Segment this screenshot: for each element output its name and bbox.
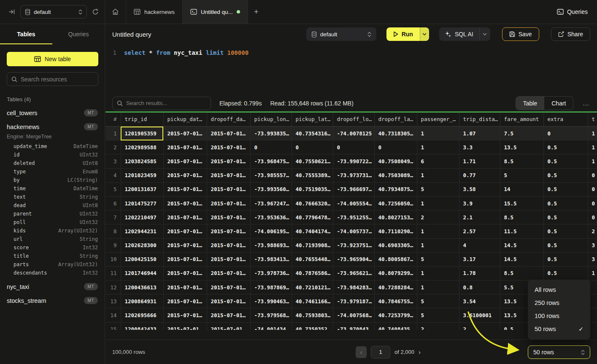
table-cell[interactable]: -74.005737… xyxy=(333,224,374,238)
table-cell[interactable]: -73.993835… xyxy=(250,127,292,140)
table-cell[interactable]: 0.5 xyxy=(543,182,588,196)
table-cell[interactable]: 40.8027153… xyxy=(374,210,417,224)
table-cell[interactable]: 0.5 xyxy=(543,140,588,154)
table-cell[interactable]: 2 xyxy=(417,322,459,329)
table-cell[interactable]: 40.7555389… xyxy=(292,168,333,182)
table-cell[interactable]: 40.7318305… xyxy=(374,127,417,140)
table-cell[interactable]: 1 xyxy=(417,224,459,238)
table-cell[interactable]: -73.973731… xyxy=(333,168,374,182)
table-cell[interactable]: 40.7210121… xyxy=(292,280,333,294)
table-cell[interactable]: 1 xyxy=(417,238,459,252)
header-cell[interactable]: extra xyxy=(543,113,588,127)
table-cell[interactable]: 2015-07-01… xyxy=(163,224,207,238)
table-cell[interactable]: -73.966697… xyxy=(333,182,374,196)
sidebar-table-stocks-stream[interactable]: stocks_stream MT xyxy=(7,294,98,307)
table-cell[interactable]: -73.990722… xyxy=(333,154,374,168)
table-cell[interactable]: -73.985557… xyxy=(250,168,292,182)
table-cell[interactable]: 1201475277 xyxy=(121,196,163,210)
run-button[interactable]: Run xyxy=(386,27,420,41)
table-cell[interactable]: 0 xyxy=(588,168,597,182)
page-size-option[interactable]: 50 rows✓ xyxy=(528,322,590,335)
header-cell[interactable]: fare_amount xyxy=(500,113,543,127)
table-cell[interactable]: 1200131637 xyxy=(121,182,163,196)
header-cell[interactable]: dropoff_lo… xyxy=(333,113,374,127)
table-cell[interactable]: 40.7934875… xyxy=(374,182,417,196)
table-cell[interactable]: -73.965621… xyxy=(333,266,374,280)
table-cell[interactable]: 1 xyxy=(417,140,459,154)
table-cell[interactable]: -73.953636… xyxy=(250,210,292,224)
table-cell[interactable]: 5 xyxy=(417,294,459,308)
table-cell[interactable]: 1200425150 xyxy=(121,252,163,266)
table-cell[interactable]: 5 xyxy=(417,252,459,266)
table-cell[interactable]: 0.5 xyxy=(543,224,588,238)
table-cell[interactable]: 2015-07-01… xyxy=(163,308,207,322)
table-cell[interactable]: 1.71 xyxy=(459,154,500,168)
table-cell[interactable]: 2015-07-01… xyxy=(207,252,250,266)
table-cell[interactable]: 0 xyxy=(292,140,333,154)
table-cell[interactable]: 3.6100001 xyxy=(459,308,500,322)
table-cell[interactable]: 40.7354316… xyxy=(292,127,333,140)
table-cell[interactable]: 2015-07-01… xyxy=(163,182,207,196)
table-cell[interactable]: 40.7846755… xyxy=(374,294,417,308)
row-number-cell[interactable]: 7 xyxy=(105,210,121,224)
table-cell[interactable]: 3.54 xyxy=(459,294,500,308)
table-cell[interactable]: 3 xyxy=(588,238,597,252)
table-cell[interactable]: 40.7253799… xyxy=(374,308,417,322)
table-cell[interactable]: 0.5 xyxy=(543,210,588,224)
table-cell[interactable]: 1203824585 xyxy=(121,154,163,168)
table-cell[interactable]: -73.990463… xyxy=(250,294,292,308)
save-button[interactable]: Save xyxy=(502,27,539,41)
table-cell[interactable]: 5 xyxy=(500,168,543,182)
view-toggle-table[interactable]: Table xyxy=(516,97,544,110)
table-cell[interactable]: 0.5 xyxy=(543,252,588,266)
table-cell[interactable]: 2015-07-01… xyxy=(207,280,250,294)
table-cell[interactable]: 2015-07-01… xyxy=(207,140,250,154)
table-cell[interactable]: 2015-07-01… xyxy=(207,266,250,280)
table-cell[interactable]: 40.8079299… xyxy=(374,266,417,280)
run-options-button[interactable] xyxy=(420,27,429,41)
table-cell[interactable]: 2015-07-01… xyxy=(163,238,207,252)
table-cell[interactable]: 0 xyxy=(543,127,588,140)
table-cell[interactable]: 0.8 xyxy=(459,280,500,294)
table-cell[interactable]: 5 xyxy=(417,308,459,322)
table-cell[interactable]: 11.5 xyxy=(500,224,543,238)
sidebar-table-hackernews[interactable]: hackernews MT xyxy=(7,120,98,134)
table-cell[interactable]: 1 xyxy=(588,140,597,154)
table-cell[interactable]: -73.923751… xyxy=(333,238,374,252)
table-cell[interactable]: 40.7666320… xyxy=(292,196,333,210)
table-cell[interactable]: 40.7404174… xyxy=(292,224,333,238)
table-cell[interactable]: 2015-07-01… xyxy=(207,238,250,252)
table-cell[interactable]: 3.3 xyxy=(459,140,500,154)
table-cell[interactable]: -73.970843… xyxy=(333,322,374,329)
row-number-cell[interactable]: 12 xyxy=(105,280,121,294)
table-cell[interactable]: -73.979187… xyxy=(333,294,374,308)
results-more-button[interactable]: ... xyxy=(582,100,590,107)
table-cell[interactable]: 14.5 xyxy=(500,238,543,252)
table-cell[interactable]: -73.988693… xyxy=(250,238,292,252)
page-number-input[interactable] xyxy=(371,346,390,359)
table-cell[interactable]: -73.968475… xyxy=(250,154,292,168)
table-cell[interactable]: -74.001434… xyxy=(250,322,292,329)
table-cell[interactable]: 1200842433 xyxy=(121,322,163,329)
row-number-cell[interactable]: 10 xyxy=(105,252,121,266)
table-cell[interactable]: 40.8005867… xyxy=(374,252,417,266)
tab-hackernews[interactable]: hackernews xyxy=(126,0,183,24)
table-cell[interactable]: 40.7350352… xyxy=(292,322,333,329)
table-cell[interactable]: 0 xyxy=(588,196,597,210)
table-cell[interactable]: 2015-07-01… xyxy=(207,224,250,238)
row-number-cell[interactable]: 4 xyxy=(105,168,121,182)
table-cell[interactable]: -73.951255… xyxy=(333,210,374,224)
table-cell[interactable]: 7.5 xyxy=(500,127,543,140)
table-cell[interactable]: 1200436613 xyxy=(121,280,163,294)
row-number-cell[interactable]: 5 xyxy=(105,182,121,196)
table-cell[interactable]: 3.17 xyxy=(459,252,500,266)
table-cell[interactable]: -73.987869… xyxy=(250,280,292,294)
table-cell[interactable]: 1 xyxy=(417,280,459,294)
table-cell[interactable]: 2015-07-01… xyxy=(207,154,250,168)
page-size-option[interactable]: 250 rows xyxy=(528,296,590,309)
table-cell[interactable]: 1202944231 xyxy=(121,224,163,238)
table-cell[interactable]: 40.7193908… xyxy=(292,238,333,252)
sidebar-search-input[interactable] xyxy=(21,76,94,83)
table-cell[interactable]: 8.5 xyxy=(500,266,543,280)
row-number-cell[interactable]: 1 xyxy=(105,127,121,140)
